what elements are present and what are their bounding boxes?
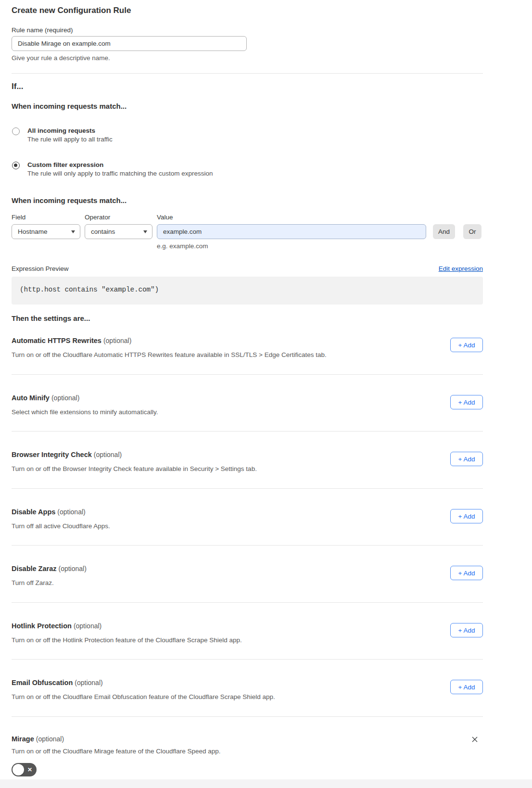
add-setting-button[interactable]: + Add [450,680,483,694]
radio-unselected-icon[interactable] [12,127,20,135]
setting-row-automatic-https-rewrites: Automatic HTTPS Rewrites(optional) Turn … [12,336,483,365]
page-title: Create new Configuration Rule [12,6,131,15]
row-divider [12,431,483,432]
operator-select-value: contains [91,228,115,235]
close-icon [471,736,479,743]
toggle-knob-icon [13,764,24,775]
optional-label: (optional) [74,622,101,630]
value-input[interactable] [157,224,426,239]
field-select[interactable]: Hostname [12,224,80,239]
settings-heading: Then the settings are... [12,314,90,322]
match-heading-1: When incoming requests match... [12,102,127,110]
radio-label: Custom filter expression [27,161,103,168]
radio-selected-icon[interactable] [12,162,20,169]
setting-description: Turn off all active Cloudflare Apps. [12,522,110,530]
if-heading: If... [12,82,24,91]
radio-label: All incoming requests [27,127,95,134]
optional-label: (optional) [75,679,102,686]
chevron-down-icon [71,230,75,233]
setting-title: Disable Apps [12,508,55,516]
setting-description: Turn on or off the Cloudflare Mirage fea… [12,748,221,755]
add-setting-button[interactable]: + Add [450,395,483,409]
optional-label: (optional) [51,394,79,402]
chevron-down-icon [143,230,147,233]
expression-code: (http.host contains "example.com") [20,286,159,293]
operator-select[interactable]: contains [85,224,152,239]
setting-row-email-obfuscation: Email Obfuscation(optional) Turn on or o… [12,678,483,707]
expression-preview-box: (http.host contains "example.com") [12,277,483,305]
field-select-value: Hostname [18,228,48,235]
setting-description: Turn on or off the Browser Integrity Che… [12,465,257,472]
setting-title: Browser Integrity Check [12,451,92,458]
setting-row-hotlink-protection: Hotlink Protection(optional) Turn on or … [12,622,483,650]
operator-label: Operator [85,214,110,221]
setting-title: Auto Minify [12,394,50,402]
setting-title: Hotlink Protection [12,622,72,630]
setting-description: Turn on or off the Hotlink Protection fe… [12,636,242,644]
radio-option-custom-filter[interactable]: Custom filter expression The rule will o… [12,161,444,180]
setting-row-mirage: Mirage(optional) Turn on or off the Clou… [12,735,483,763]
value-helper: e.g. example.com [157,242,208,250]
row-divider [12,602,483,603]
value-label: Value [157,214,173,221]
row-divider [12,488,483,489]
setting-description: Turn on or off the Cloudflare Email Obfu… [12,693,275,700]
setting-row-disable-zaraz: Disable Zaraz(optional) Turn off Zaraz. … [12,564,483,593]
setting-title: Automatic HTTPS Rewrites [12,337,101,344]
toggle-off-x-icon: ✕ [27,763,32,776]
section-divider [12,73,483,74]
setting-description: Turn on or off the Cloudflare Automatic … [12,351,327,358]
or-button[interactable]: Or [463,224,481,239]
mirage-toggle[interactable]: ✕ [12,763,37,776]
expression-preview-label: Expression Preview [12,265,69,272]
setting-title: Mirage [12,735,34,743]
optional-label: (optional) [59,565,87,572]
remove-setting-button[interactable] [470,736,479,744]
optional-label: (optional) [103,337,131,344]
radio-description: The rule will apply to all traffic [27,136,113,143]
row-divider [12,716,483,717]
row-divider [12,374,483,375]
match-heading-2: When incoming requests match... [12,196,127,204]
row-divider [12,545,483,546]
setting-row-auto-minify: Auto Minify(optional) Select which file … [12,394,483,422]
edit-expression-link[interactable]: Edit expression [439,265,483,272]
rule-name-helper: Give your rule a descriptive name. [12,54,110,62]
optional-label: (optional) [57,508,85,516]
optional-label: (optional) [36,735,64,743]
add-setting-button[interactable]: + Add [450,566,483,580]
radio-option-all-requests[interactable]: All incoming requests The rule will appl… [12,127,444,146]
setting-row-disable-apps: Disable Apps(optional) Turn off all acti… [12,508,483,536]
optional-label: (optional) [94,451,122,458]
footer-strip [0,779,532,788]
setting-title: Disable Zaraz [12,565,57,572]
configuration-rule-page: Create new Configuration Rule Rule name … [0,0,532,788]
add-setting-button[interactable]: + Add [450,509,483,523]
rule-name-label: Rule name (required) [12,26,73,34]
add-setting-button[interactable]: + Add [450,338,483,352]
setting-title: Email Obfuscation [12,679,73,686]
setting-row-browser-integrity-check: Browser Integrity Check(optional) Turn o… [12,450,483,479]
setting-description: Turn off Zaraz. [12,579,54,586]
add-setting-button[interactable]: + Add [450,623,483,637]
setting-description: Select which file extensions to minify a… [12,408,158,416]
field-label: Field [12,214,25,221]
add-setting-button[interactable]: + Add [450,452,483,466]
row-divider [12,659,483,660]
and-button[interactable]: And [433,224,455,239]
rule-name-input[interactable] [12,36,247,51]
radio-description: The rule will only apply to traffic matc… [27,170,213,177]
